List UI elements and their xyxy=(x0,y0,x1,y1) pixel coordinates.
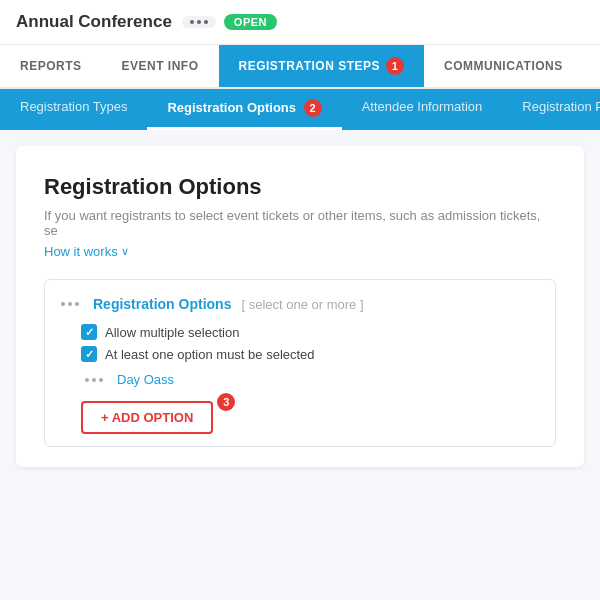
sub-nav: Registration Types Registration Options … xyxy=(0,89,600,130)
sub-nav-attendee-info[interactable]: Attendee Information xyxy=(342,89,503,130)
step-badge-3: 3 xyxy=(217,393,235,411)
app-title: Annual Conference xyxy=(16,12,172,32)
step-badge-1: 1 xyxy=(386,57,404,75)
dot-icon xyxy=(204,20,208,24)
checkbox-at-least-one[interactable]: At least one option must be selected xyxy=(81,346,539,362)
checkbox-icon[interactable] xyxy=(81,346,97,362)
how-it-works-link[interactable]: How it works ∨ xyxy=(44,244,129,259)
page-description: If you want registrants to select event … xyxy=(44,208,556,238)
select-hint: [ select one or more ] xyxy=(241,297,363,312)
status-badge: OPEN xyxy=(224,14,277,30)
options-card: Registration Options [ select one or mor… xyxy=(44,279,556,447)
sub-nav-registration-options[interactable]: Registration Options 2 xyxy=(147,89,341,130)
dot-icon xyxy=(61,302,65,306)
sub-step-badge-2: 2 xyxy=(304,99,322,117)
day-item-more-button[interactable] xyxy=(81,374,107,386)
page-title: Registration Options xyxy=(44,174,556,200)
checkbox-label-at-least-one: At least one option must be selected xyxy=(105,347,315,362)
day-item-row: Day Oass xyxy=(81,372,539,387)
checkbox-icon[interactable] xyxy=(81,324,97,340)
main-content: Registration Options If you want registr… xyxy=(16,146,584,467)
sub-nav-registration-types[interactable]: Registration Types xyxy=(0,89,147,130)
checkbox-label-allow-multiple: Allow multiple selection xyxy=(105,325,239,340)
options-header: Registration Options [ select one or mor… xyxy=(57,296,539,312)
top-bar: Annual Conference OPEN xyxy=(0,0,600,45)
nav-item-event-info[interactable]: EVENT INFO xyxy=(102,45,219,87)
nav-item-registration-steps[interactable]: REGISTRATION STEPS 1 xyxy=(219,45,424,87)
day-item-title: Day Oass xyxy=(117,372,174,387)
add-option-button[interactable]: + ADD OPTION 3 xyxy=(81,401,213,434)
checkbox-allow-multiple[interactable]: Allow multiple selection xyxy=(81,324,539,340)
nav-item-reports[interactable]: REPORTS xyxy=(0,45,102,87)
main-nav: REPORTS EVENT INFO REGISTRATION STEPS 1 … xyxy=(0,45,600,89)
chevron-down-icon: ∨ xyxy=(121,245,129,258)
options-card-title: Registration Options xyxy=(93,296,231,312)
sub-nav-registration-pay[interactable]: Registration Pay xyxy=(502,89,600,130)
dot-icon xyxy=(68,302,72,306)
dot-icon xyxy=(75,302,79,306)
card-more-button[interactable] xyxy=(57,298,83,310)
dot-icon xyxy=(197,20,201,24)
dot-icon xyxy=(92,378,96,382)
dot-icon xyxy=(99,378,103,382)
nav-item-communications[interactable]: COMMUNICATIONS xyxy=(424,45,583,87)
dot-icon xyxy=(85,378,89,382)
more-options-button[interactable] xyxy=(182,16,216,28)
dot-icon xyxy=(190,20,194,24)
